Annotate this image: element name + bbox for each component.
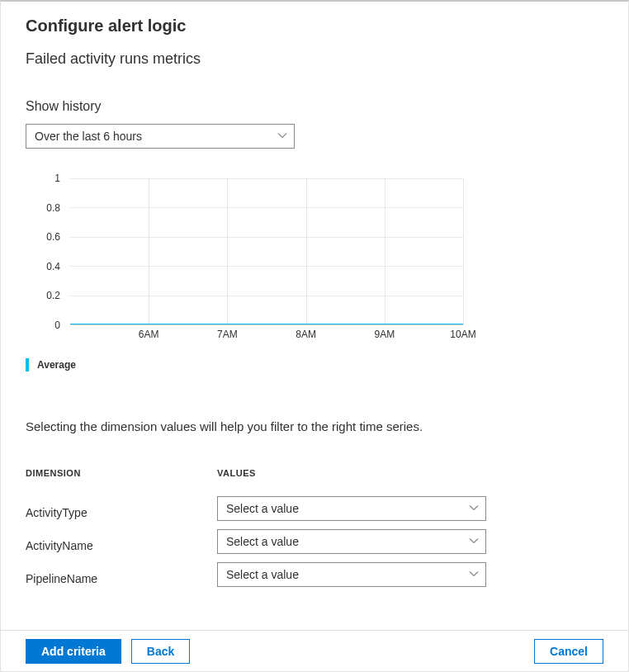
chart-x-axis: 6AM 7AM 8AM 9AM 10AM <box>70 329 463 343</box>
x-tick: 9AM <box>374 329 395 340</box>
dimension-select-pipelinename[interactable]: Select a value <box>217 562 486 587</box>
dimension-label-activitytype: ActivityType <box>26 496 217 529</box>
back-button[interactable]: Back <box>131 639 190 664</box>
dimension-table: DIMENSION VALUES ActivityType Select a v… <box>26 468 603 595</box>
chevron-down-icon <box>469 535 479 548</box>
legend-swatch <box>26 358 29 371</box>
chart-series-line <box>70 324 463 324</box>
dimension-value: Select a value <box>226 535 299 548</box>
page-subtitle: Failed activity runs metrics <box>26 50 603 68</box>
y-tick: 1 <box>54 173 60 184</box>
page-title: Configure alert logic <box>26 17 603 35</box>
chart-legend: Average <box>26 358 603 371</box>
dimension-value: Select a value <box>226 502 299 515</box>
dimension-label-pipelinename: PipelineName <box>26 562 217 595</box>
legend-label: Average <box>37 359 76 371</box>
y-tick: 0 <box>54 319 60 331</box>
history-chart: 1 0.8 0.6 0.4 0.2 0 6AM 7AM 8AM 9AM 10AM <box>26 178 603 343</box>
x-tick: 7AM <box>217 329 238 340</box>
dimension-select-activityname[interactable]: Select a value <box>217 529 486 554</box>
y-tick: 0.4 <box>46 261 60 272</box>
dimension-helper-text: Selecting the dimension values will help… <box>26 419 603 433</box>
x-tick: 8AM <box>296 329 316 340</box>
values-header: VALUES <box>217 468 486 496</box>
x-tick: 6AM <box>139 329 159 340</box>
chevron-down-icon <box>277 130 287 143</box>
chart-plot-area <box>70 178 463 325</box>
chart-y-axis: 1 0.8 0.6 0.4 0.2 0 <box>26 178 67 325</box>
y-tick: 0.2 <box>46 290 60 301</box>
y-tick: 0.6 <box>46 231 60 243</box>
show-history-value: Over the last 6 hours <box>35 130 142 143</box>
dimension-select-activitytype[interactable]: Select a value <box>217 496 486 521</box>
footer-bar: Add criteria Back Cancel <box>1 630 628 671</box>
show-history-label: Show history <box>26 99 603 114</box>
cancel-button[interactable]: Cancel <box>534 639 603 664</box>
dimension-label-activityname: ActivityName <box>26 529 217 562</box>
show-history-select[interactable]: Over the last 6 hours <box>26 124 295 149</box>
add-criteria-button[interactable]: Add criteria <box>26 639 121 664</box>
chevron-down-icon <box>469 568 479 581</box>
dimension-value: Select a value <box>226 568 299 581</box>
chevron-down-icon <box>469 502 479 515</box>
x-tick: 10AM <box>450 329 475 340</box>
dimension-header: DIMENSION <box>26 468 217 496</box>
y-tick: 0.8 <box>46 202 60 214</box>
